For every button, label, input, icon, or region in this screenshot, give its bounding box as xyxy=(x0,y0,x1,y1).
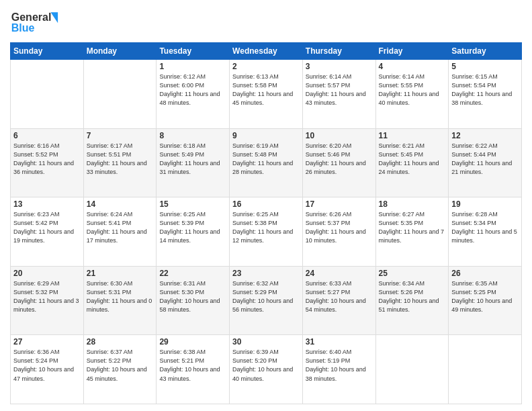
day-number: 10 xyxy=(306,131,373,140)
calendar-cell xyxy=(11,60,84,129)
day-info: Sunrise: 6:37 AMSunset: 5:22 PMDaylight:… xyxy=(87,348,154,383)
day-number: 20 xyxy=(13,269,81,278)
week-row-2: 6Sunrise: 6:16 AMSunset: 5:52 PMDaylight… xyxy=(11,128,522,197)
calendar-cell: 11Sunrise: 6:21 AMSunset: 5:45 PMDayligh… xyxy=(375,128,449,197)
day-number: 11 xyxy=(379,131,446,140)
calendar-cell: 13Sunrise: 6:23 AMSunset: 5:42 PMDayligh… xyxy=(11,197,84,267)
day-info: Sunrise: 6:22 AMSunset: 5:44 PMDaylight:… xyxy=(451,142,519,177)
calendar-cell xyxy=(375,335,449,404)
calendar-cell: 12Sunrise: 6:22 AMSunset: 5:44 PMDayligh… xyxy=(449,128,522,197)
day-info: Sunrise: 6:23 AMSunset: 5:42 PMDaylight:… xyxy=(13,210,81,245)
calendar-page: General Blue SundayMondayTuesdayWednesda… xyxy=(0,0,532,411)
day-info: Sunrise: 6:14 AMSunset: 5:55 PMDaylight:… xyxy=(379,73,446,107)
day-number: 30 xyxy=(232,337,300,347)
calendar-cell: 14Sunrise: 6:24 AMSunset: 5:41 PMDayligh… xyxy=(83,197,157,267)
day-info: Sunrise: 6:33 AMSunset: 5:27 PMDaylight:… xyxy=(306,279,373,314)
day-number: 8 xyxy=(159,131,226,140)
logo-svg: General Blue xyxy=(10,7,64,37)
day-number: 13 xyxy=(13,199,81,209)
weekday-header-wednesday: Wednesday xyxy=(230,43,303,60)
calendar-cell: 3Sunrise: 6:14 AMSunset: 5:57 PMDaylight… xyxy=(302,60,375,129)
day-number: 4 xyxy=(379,62,446,71)
day-number: 15 xyxy=(159,199,226,209)
day-info: Sunrise: 6:26 AMSunset: 5:37 PMDaylight:… xyxy=(306,210,373,245)
day-info: Sunrise: 6:40 AMSunset: 5:19 PMDaylight:… xyxy=(306,348,373,383)
day-info: Sunrise: 6:16 AMSunset: 5:52 PMDaylight:… xyxy=(13,142,81,177)
calendar-cell: 22Sunrise: 6:31 AMSunset: 5:30 PMDayligh… xyxy=(157,266,230,335)
day-number: 5 xyxy=(451,62,519,71)
calendar-cell: 19Sunrise: 6:28 AMSunset: 5:34 PMDayligh… xyxy=(449,197,522,267)
day-number: 1 xyxy=(159,62,226,71)
calendar-cell: 20Sunrise: 6:29 AMSunset: 5:32 PMDayligh… xyxy=(11,266,84,335)
calendar-cell: 15Sunrise: 6:25 AMSunset: 5:39 PMDayligh… xyxy=(157,197,230,267)
weekday-header-tuesday: Tuesday xyxy=(157,43,230,60)
day-info: Sunrise: 6:14 AMSunset: 5:57 PMDaylight:… xyxy=(306,73,373,107)
svg-text:General: General xyxy=(11,11,52,23)
day-info: Sunrise: 6:25 AMSunset: 5:38 PMDaylight:… xyxy=(232,210,300,245)
day-info: Sunrise: 6:31 AMSunset: 5:30 PMDaylight:… xyxy=(159,279,226,314)
day-number: 31 xyxy=(306,337,373,347)
day-info: Sunrise: 6:25 AMSunset: 5:39 PMDaylight:… xyxy=(159,210,226,245)
weekday-header-monday: Monday xyxy=(83,43,157,60)
week-row-4: 20Sunrise: 6:29 AMSunset: 5:32 PMDayligh… xyxy=(11,266,522,335)
calendar-cell: 4Sunrise: 6:14 AMSunset: 5:55 PMDaylight… xyxy=(375,60,449,129)
day-number: 28 xyxy=(87,337,154,347)
day-number: 16 xyxy=(232,199,300,209)
day-number: 9 xyxy=(232,131,300,140)
calendar-cell: 31Sunrise: 6:40 AMSunset: 5:19 PMDayligh… xyxy=(302,335,375,404)
calendar-table: SundayMondayTuesdayWednesdayThursdayFrid… xyxy=(10,42,522,404)
calendar-cell: 26Sunrise: 6:35 AMSunset: 5:25 PMDayligh… xyxy=(449,266,522,335)
day-info: Sunrise: 6:12 AMSunset: 6:00 PMDaylight:… xyxy=(159,73,226,107)
day-number: 19 xyxy=(451,199,519,209)
day-number: 26 xyxy=(451,269,519,278)
day-number: 18 xyxy=(379,199,446,209)
day-info: Sunrise: 6:17 AMSunset: 5:51 PMDaylight:… xyxy=(87,142,154,177)
day-info: Sunrise: 6:35 AMSunset: 5:25 PMDaylight:… xyxy=(451,279,519,314)
day-number: 23 xyxy=(232,269,300,278)
day-number: 24 xyxy=(306,269,373,278)
day-number: 3 xyxy=(306,62,373,71)
day-info: Sunrise: 6:39 AMSunset: 5:20 PMDaylight:… xyxy=(232,348,300,383)
svg-text:Blue: Blue xyxy=(11,22,35,34)
day-info: Sunrise: 6:21 AMSunset: 5:45 PMDaylight:… xyxy=(379,142,446,177)
day-info: Sunrise: 6:30 AMSunset: 5:31 PMDaylight:… xyxy=(87,279,154,314)
day-info: Sunrise: 6:34 AMSunset: 5:26 PMDaylight:… xyxy=(379,279,446,314)
day-number: 2 xyxy=(232,62,300,71)
day-number: 12 xyxy=(451,131,519,140)
calendar-cell: 6Sunrise: 6:16 AMSunset: 5:52 PMDaylight… xyxy=(11,128,84,197)
calendar-cell: 21Sunrise: 6:30 AMSunset: 5:31 PMDayligh… xyxy=(83,266,157,335)
calendar-cell: 1Sunrise: 6:12 AMSunset: 6:00 PMDaylight… xyxy=(157,60,230,129)
day-info: Sunrise: 6:32 AMSunset: 5:29 PMDaylight:… xyxy=(232,279,300,314)
day-number: 27 xyxy=(13,337,81,347)
calendar-cell xyxy=(83,60,157,129)
week-row-1: 1Sunrise: 6:12 AMSunset: 6:00 PMDaylight… xyxy=(11,60,522,129)
day-info: Sunrise: 6:20 AMSunset: 5:46 PMDaylight:… xyxy=(306,142,373,177)
weekday-header-sunday: Sunday xyxy=(11,43,84,60)
calendar-cell: 10Sunrise: 6:20 AMSunset: 5:46 PMDayligh… xyxy=(302,128,375,197)
day-number: 7 xyxy=(87,131,154,140)
calendar-cell: 29Sunrise: 6:38 AMSunset: 5:21 PMDayligh… xyxy=(157,335,230,404)
day-number: 17 xyxy=(306,199,373,209)
calendar-cell: 8Sunrise: 6:18 AMSunset: 5:49 PMDaylight… xyxy=(157,128,230,197)
week-row-5: 27Sunrise: 6:36 AMSunset: 5:24 PMDayligh… xyxy=(11,335,522,404)
weekday-header-row: SundayMondayTuesdayWednesdayThursdayFrid… xyxy=(11,43,522,60)
weekday-header-thursday: Thursday xyxy=(302,43,375,60)
day-info: Sunrise: 6:13 AMSunset: 5:58 PMDaylight:… xyxy=(232,73,300,107)
svg-marker-1 xyxy=(50,12,58,23)
calendar-cell xyxy=(449,335,522,404)
day-info: Sunrise: 6:19 AMSunset: 5:48 PMDaylight:… xyxy=(232,142,300,177)
day-info: Sunrise: 6:28 AMSunset: 5:34 PMDaylight:… xyxy=(451,210,519,245)
day-number: 29 xyxy=(159,337,226,347)
day-number: 6 xyxy=(13,131,81,140)
day-info: Sunrise: 6:15 AMSunset: 5:54 PMDaylight:… xyxy=(451,73,519,107)
calendar-cell: 5Sunrise: 6:15 AMSunset: 5:54 PMDaylight… xyxy=(449,60,522,129)
calendar-cell: 16Sunrise: 6:25 AMSunset: 5:38 PMDayligh… xyxy=(230,197,303,267)
weekday-header-friday: Friday xyxy=(375,43,449,60)
weekday-header-saturday: Saturday xyxy=(449,43,522,60)
calendar-cell: 2Sunrise: 6:13 AMSunset: 5:58 PMDaylight… xyxy=(230,60,303,129)
week-row-3: 13Sunrise: 6:23 AMSunset: 5:42 PMDayligh… xyxy=(11,197,522,267)
calendar-cell: 27Sunrise: 6:36 AMSunset: 5:24 PMDayligh… xyxy=(11,335,84,404)
day-info: Sunrise: 6:18 AMSunset: 5:49 PMDaylight:… xyxy=(159,142,226,177)
day-info: Sunrise: 6:29 AMSunset: 5:32 PMDaylight:… xyxy=(13,279,81,314)
day-number: 14 xyxy=(87,199,154,209)
